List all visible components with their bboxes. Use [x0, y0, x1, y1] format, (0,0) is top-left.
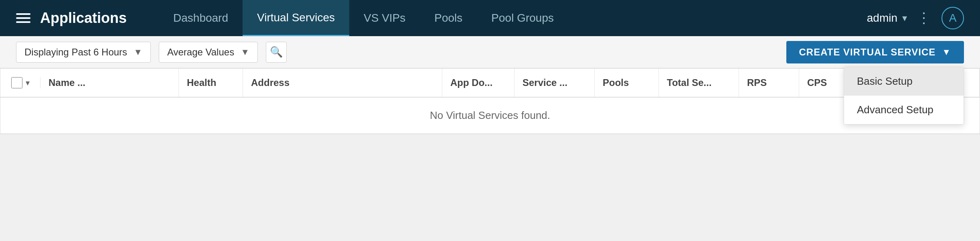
col-header-service[interactable]: Service ...: [514, 69, 595, 97]
select-all-checkbox-cell[interactable]: ▾: [0, 77, 40, 88]
col-header-totalse[interactable]: Total Se...: [659, 69, 739, 97]
empty-state-message: No Virtual Services found.: [0, 98, 980, 134]
table-header: ▾ Name ... Health Address App Do... Serv…: [0, 69, 980, 98]
create-button-wrapper: CREATE VIRTUAL SERVICE ▼ Basic Setup Adv…: [786, 41, 964, 63]
create-button-label: CREATE VIRTUAL SERVICE: [799, 47, 936, 58]
nav-item-pools[interactable]: Pools: [420, 0, 477, 36]
value-filter-label: Average Values: [167, 47, 234, 58]
username-label: admin: [867, 12, 897, 25]
time-filter-dropdown[interactable]: Displaying Past 6 Hours ▼: [16, 42, 151, 63]
more-options-icon[interactable]: ⋮: [917, 10, 932, 27]
time-filter-label: Displaying Past 6 Hours: [24, 47, 127, 58]
search-icon: 🔍: [270, 46, 283, 58]
time-filter-chevron-icon: ▼: [134, 47, 142, 57]
advanced-setup-menu-item[interactable]: Advanced Setup: [844, 96, 964, 124]
col-header-address[interactable]: Address: [243, 69, 442, 97]
col-header-rps[interactable]: RPS: [739, 69, 799, 97]
navbar: Applications Dashboard Virtual Services …: [0, 0, 980, 36]
search-button[interactable]: 🔍: [266, 42, 287, 63]
basic-setup-menu-item[interactable]: Basic Setup: [844, 67, 964, 96]
select-all-checkbox[interactable]: [11, 77, 22, 88]
toolbar: Displaying Past 6 Hours ▼ Average Values…: [0, 36, 980, 68]
user-chevron-icon: ▾: [902, 12, 907, 24]
nav-item-pool-groups[interactable]: Pool Groups: [477, 0, 568, 36]
value-filter-dropdown[interactable]: Average Values ▼: [159, 42, 258, 63]
row-sort-chevron-icon: ▾: [26, 78, 30, 88]
avatar[interactable]: A: [942, 7, 964, 29]
col-header-name[interactable]: Name ...: [40, 69, 179, 97]
user-menu[interactable]: admin ▾: [867, 12, 907, 25]
create-dropdown-menu: Basic Setup Advanced Setup: [844, 67, 964, 125]
nav-item-vs-vips[interactable]: VS VIPs: [349, 0, 420, 36]
navbar-right: admin ▾ ⋮ A: [867, 7, 964, 29]
create-virtual-service-button[interactable]: CREATE VIRTUAL SERVICE ▼: [786, 41, 964, 63]
col-header-pools[interactable]: Pools: [595, 69, 659, 97]
nav-item-virtual-services[interactable]: Virtual Services: [243, 0, 349, 36]
hamburger-menu[interactable]: [16, 13, 30, 23]
create-button-chevron-icon: ▼: [942, 47, 951, 57]
col-header-appdo[interactable]: App Do...: [442, 69, 514, 97]
app-brand: Applications: [40, 10, 127, 27]
nav-item-dashboard[interactable]: Dashboard: [159, 0, 243, 36]
nav-items: Dashboard Virtual Services VS VIPs Pools…: [159, 0, 867, 36]
value-filter-chevron-icon: ▼: [241, 47, 249, 57]
col-header-health[interactable]: Health: [179, 69, 243, 97]
virtual-services-table: ▾ Name ... Health Address App Do... Serv…: [0, 68, 980, 134]
